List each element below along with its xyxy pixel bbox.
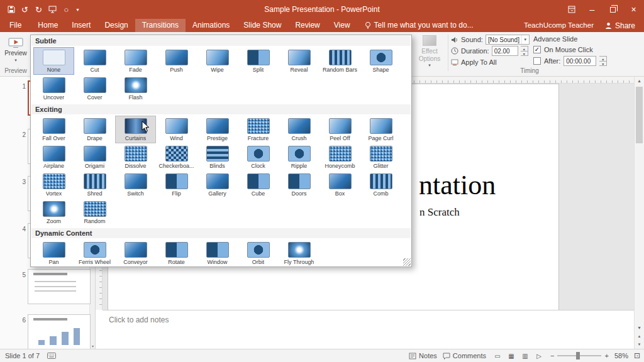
transition-page-curl[interactable]: Page Curl [360, 116, 401, 143]
transition-rotate[interactable]: Rotate [156, 239, 197, 266]
slide-title[interactable]: ntation [419, 169, 496, 201]
spin-up-icon[interactable]: ▴ [599, 57, 606, 61]
start-slideshow-button[interactable] [47, 4, 58, 16]
duration-input[interactable]: 02.00 [492, 46, 518, 56]
scroll-up-icon[interactable]: ▴ [638, 77, 640, 85]
transition-ferris-wheel[interactable]: Ferris Wheel [74, 239, 115, 266]
transition-glitter[interactable]: Glitter [360, 143, 401, 171]
account-name[interactable]: TeachUcomp Teacher [524, 19, 604, 32]
transition-clock[interactable]: Clock [238, 143, 279, 171]
transition-cover[interactable]: Cover [74, 75, 115, 102]
transition-fall-over[interactable]: Fall Over [33, 116, 74, 143]
scroll-down-icon[interactable]: ▾ [638, 324, 640, 332]
transition-checkerboa[interactable]: Checkerboa... [156, 143, 197, 171]
zoom-in-button[interactable]: + [604, 352, 608, 359]
spin-up-icon[interactable]: ▴ [521, 47, 528, 51]
transition-random[interactable]: Random [74, 199, 115, 226]
scroll-down-icon[interactable]: ▾ [90, 344, 96, 348]
undo-button[interactable]: ↺ [19, 4, 31, 16]
duration-spinner[interactable]: ▴▾ [521, 46, 528, 56]
spin-down-icon[interactable]: ▾ [521, 51, 528, 56]
transition-wipe[interactable]: Wipe [197, 47, 238, 75]
transition-fly-through[interactable]: Fly Through [279, 239, 319, 266]
transition-honeycomb[interactable]: Honeycomb [319, 143, 360, 171]
tab-transitions[interactable]: Transitions [135, 19, 186, 32]
redo-button[interactable]: ↻ [33, 4, 45, 16]
transition-fracture[interactable]: Fracture [238, 116, 279, 143]
scrollbar-track[interactable] [635, 85, 644, 324]
vertical-scrollbar[interactable]: ▴ ▾ ▲ ▼ [634, 77, 644, 349]
transition-box[interactable]: Box [319, 171, 360, 199]
transition-flip[interactable]: Flip [156, 171, 197, 199]
transition-random-bars[interactable]: Random Bars [319, 47, 360, 75]
transition-doors[interactable]: Doors [279, 171, 319, 199]
after-spinner[interactable]: ▴▾ [599, 56, 607, 66]
tell-me-box[interactable]: Tell me what you want to do... [365, 19, 474, 32]
transition-cube[interactable]: Cube [238, 171, 279, 199]
slide-sorter-view-button[interactable]: ▦ [506, 353, 517, 359]
transition-pan[interactable]: Pan [33, 239, 74, 266]
apply-to-all-button[interactable]: Apply To All [461, 58, 497, 66]
transition-shred[interactable]: Shred [74, 171, 115, 199]
transition-reveal[interactable]: Reveal [279, 47, 319, 75]
tab-file[interactable]: File [0, 19, 31, 32]
notes-placeholder[interactable]: Click to add notes [109, 315, 169, 324]
on-mouse-click-checkbox[interactable]: ✓ [533, 46, 541, 53]
transition-blinds[interactable]: Blinds [197, 143, 238, 171]
reading-view-button[interactable]: ▥ [519, 353, 531, 359]
notes-toggle-button[interactable]: Notes [409, 352, 437, 359]
transition-wind[interactable]: Wind [156, 116, 197, 143]
ribbon-display-options-button[interactable] [561, 0, 582, 19]
transition-vortex[interactable]: Vortex [33, 171, 74, 199]
normal-view-button[interactable]: ▭ [492, 353, 503, 359]
tab-design[interactable]: Design [97, 19, 135, 32]
slide-thumbnail-5[interactable] [28, 269, 91, 304]
keyboard-icon[interactable] [47, 353, 56, 359]
next-slide-button[interactable]: ▼ [638, 341, 641, 349]
slideshow-view-button[interactable]: ▷ [533, 353, 545, 359]
resize-grip-icon[interactable] [403, 258, 411, 266]
transition-orbit[interactable]: Orbit [238, 239, 279, 266]
tab-insert[interactable]: Insert [65, 19, 97, 32]
previous-slide-button[interactable]: ▲ [638, 332, 641, 341]
slide-thumbnail-6[interactable] [28, 314, 91, 349]
transition-window[interactable]: Window [197, 239, 238, 266]
notes-pane[interactable]: Click to add notes [103, 310, 634, 349]
transition-ripple[interactable]: Ripple [279, 143, 319, 171]
slide-subtitle[interactable]: n Scratch [419, 206, 460, 219]
save-button[interactable] [5, 4, 17, 16]
on-mouse-click-option[interactable]: ✓ On Mouse Click [533, 44, 644, 55]
tab-review[interactable]: Review [288, 19, 326, 32]
transition-origami[interactable]: Origami [74, 143, 115, 171]
transition-prestige[interactable]: Prestige [197, 116, 238, 143]
transition-push[interactable]: Push [156, 47, 197, 75]
scrollbar-thumb[interactable] [636, 87, 643, 143]
tab-animations[interactable]: Animations [186, 19, 236, 32]
zoom-slider-thumb[interactable] [576, 352, 580, 359]
zoom-out-button[interactable]: − [550, 352, 554, 359]
tab-view[interactable]: View [327, 19, 357, 32]
after-time-input[interactable]: 00:00.00 [564, 56, 596, 66]
slide-indicator[interactable]: Slide 1 of 7 [5, 352, 40, 359]
chevron-down-icon[interactable]: ▾ [521, 35, 529, 44]
transition-flash[interactable]: Flash [115, 75, 156, 102]
spin-down-icon[interactable]: ▾ [599, 61, 606, 66]
transition-switch[interactable]: Switch [115, 171, 156, 199]
transition-fade[interactable]: Fade [115, 47, 156, 75]
transition-curtains[interactable]: Curtains [115, 116, 156, 143]
after-checkbox[interactable] [533, 57, 541, 65]
zoom-percentage[interactable]: 58% [614, 352, 628, 359]
tab-home[interactable]: Home [31, 19, 65, 32]
transition-airplane[interactable]: Airplane [33, 143, 74, 171]
after-option[interactable]: After: 00:00.00 ▴▾ [533, 55, 644, 67]
share-button[interactable]: Share [604, 19, 644, 32]
customize-qat-button[interactable]: ▾ [74, 4, 81, 16]
close-button[interactable]: × [623, 0, 644, 19]
touch-mode-button[interactable]: ○ [60, 4, 72, 16]
transition-cut[interactable]: Cut [74, 47, 115, 75]
sound-combobox[interactable]: [No Sound] ▾ [486, 35, 530, 45]
transition-drape[interactable]: Drape [74, 116, 115, 143]
comments-toggle-button[interactable]: Comments [443, 352, 486, 359]
transition-uncover[interactable]: Uncover [33, 75, 74, 102]
transition-none[interactable]: None [33, 47, 74, 75]
